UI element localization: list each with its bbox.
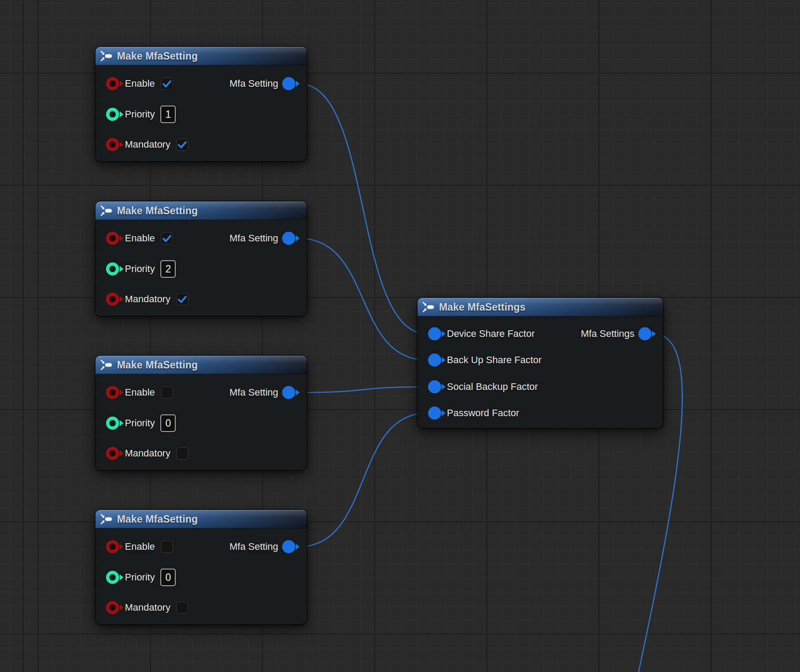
node-title: Make MfaSetting [117, 205, 198, 217]
struct-input-pin-password-factor[interactable] [428, 407, 441, 420]
int-input-pin-priority[interactable] [106, 571, 119, 584]
node-header[interactable]: Make MfaSetting [96, 510, 307, 528]
pin-label-mandatory: Mandatory [125, 448, 170, 459]
struct-input-pin-social-backup-factor[interactable] [428, 380, 441, 393]
struct-input-pin-back-up-share-factor[interactable] [428, 354, 441, 367]
make-struct-icon [422, 301, 435, 313]
pin-label-priority: Priority [125, 417, 155, 429]
mandatory-checkbox[interactable] [176, 447, 188, 460]
priority-value-input[interactable]: 2 [160, 260, 176, 278]
priority-value-input[interactable]: 1 [160, 106, 176, 123]
bool-input-pin-mandatory[interactable] [106, 447, 119, 460]
pin-label-priority: Priority [125, 572, 155, 583]
node-header[interactable]: Make MfaSettings [418, 298, 663, 316]
pin-row-priority: Priority 0 [96, 568, 307, 587]
pin-label-mandatory: Mandatory [125, 602, 170, 613]
pin-row-priority: Priority 0 [96, 414, 307, 433]
node-make-mfasetting-2[interactable]: Make MfaSetting Enable Priority 2 Mandat… [96, 202, 307, 316]
pin-label-mandatory: Mandatory [125, 139, 170, 150]
checkmark-icon [177, 294, 188, 304]
struct-output-pin-mfa-setting[interactable] [282, 386, 295, 399]
pin-label-password-factor: Password Factor [447, 407, 519, 419]
bool-input-pin-mandatory[interactable] [106, 601, 119, 614]
priority-value-input[interactable]: 0 [160, 414, 176, 432]
node-title: Make MfaSetting [117, 513, 198, 525]
mandatory-checkbox[interactable] [176, 138, 188, 151]
struct-output-pin-mfa-setting[interactable] [282, 232, 295, 245]
pin-row-priority: Priority 2 [96, 259, 307, 279]
pin-label-mfa-setting: Mfa Setting [230, 233, 278, 244]
pin-label-mfa-setting: Mfa Setting [230, 78, 278, 89]
pin-label-mandatory: Mandatory [125, 294, 170, 305]
pin-row-social-backup-factor: Social Backup Factor [418, 377, 663, 396]
node-title: Make MfaSetting [117, 359, 198, 371]
struct-output-pin-mfa-setting[interactable] [282, 77, 295, 90]
node-title: Make MfaSettings [439, 301, 525, 313]
int-input-pin-priority[interactable] [106, 262, 119, 276]
int-input-pin-priority[interactable] [106, 108, 119, 121]
pin-row-mandatory: Mandatory [96, 135, 307, 154]
pin-row-back-up-share-factor: Back Up Share Factor [418, 350, 663, 370]
node-header[interactable]: Make MfaSetting [96, 202, 307, 220]
mandatory-checkbox[interactable] [176, 293, 188, 305]
node-title: Make MfaSetting [117, 50, 198, 62]
make-struct-icon [100, 513, 113, 525]
int-input-pin-priority[interactable] [106, 417, 119, 430]
wire[interactable] [299, 238, 427, 360]
make-struct-icon [100, 50, 113, 62]
pin-row-password-factor: Password Factor [418, 403, 663, 423]
wire[interactable] [299, 84, 427, 334]
node-header[interactable]: Make MfaSetting [96, 356, 307, 374]
pin-row-output: Mfa Setting [96, 74, 307, 93]
pin-row-output: Mfa Setting [96, 537, 307, 556]
struct-output-pin-mfa-setting[interactable] [282, 540, 295, 553]
pin-row-mandatory: Mandatory [96, 444, 307, 463]
pin-row-mandatory: Mandatory [96, 290, 307, 309]
pin-label-social-backup-factor: Social Backup Factor [447, 381, 538, 393]
pin-label-mfa-settings: Mfa Settings [581, 328, 634, 340]
node-make-mfasettings[interactable]: Make MfaSettings Device Share Factor Bac… [418, 298, 663, 428]
node-make-mfasetting-3[interactable]: Make MfaSetting Enable Priority 0 Mandat… [96, 356, 307, 470]
bool-input-pin-mandatory[interactable] [106, 138, 119, 151]
pin-label-back-up-share-factor: Back Up Share Factor [447, 354, 542, 366]
pin-label-mfa-setting: Mfa Setting [230, 541, 278, 552]
checkmark-icon [177, 139, 188, 150]
bool-input-pin-mandatory[interactable] [106, 293, 119, 306]
node-header[interactable]: Make MfaSetting [96, 47, 307, 65]
pin-label-priority: Priority [125, 109, 155, 120]
blueprint-graph-canvas[interactable]: Make MfaSetting Enable Priority 1 Mandat… [0, 0, 800, 672]
pin-row-output: Mfa Setting [96, 383, 307, 402]
pin-row-output: Mfa Setting [96, 229, 307, 248]
pin-row-output: Mfa Settings [418, 324, 663, 343]
pin-label-mfa-setting: Mfa Setting [230, 387, 278, 398]
wire[interactable] [299, 413, 427, 547]
mandatory-checkbox[interactable] [176, 601, 188, 614]
pin-label-priority: Priority [125, 263, 155, 275]
make-struct-icon [100, 205, 113, 216]
pin-row-priority: Priority 1 [96, 105, 307, 124]
struct-output-pin-mfa-settings[interactable] [638, 327, 651, 340]
node-make-mfasetting-4[interactable]: Make MfaSetting Enable Priority 0 Mandat… [96, 510, 307, 624]
priority-value-input[interactable]: 0 [160, 569, 176, 586]
node-make-mfasetting-1[interactable]: Make MfaSetting Enable Priority 1 Mandat… [96, 47, 307, 161]
make-struct-icon [100, 359, 113, 371]
pin-row-mandatory: Mandatory [96, 598, 307, 617]
wire[interactable] [299, 387, 427, 393]
